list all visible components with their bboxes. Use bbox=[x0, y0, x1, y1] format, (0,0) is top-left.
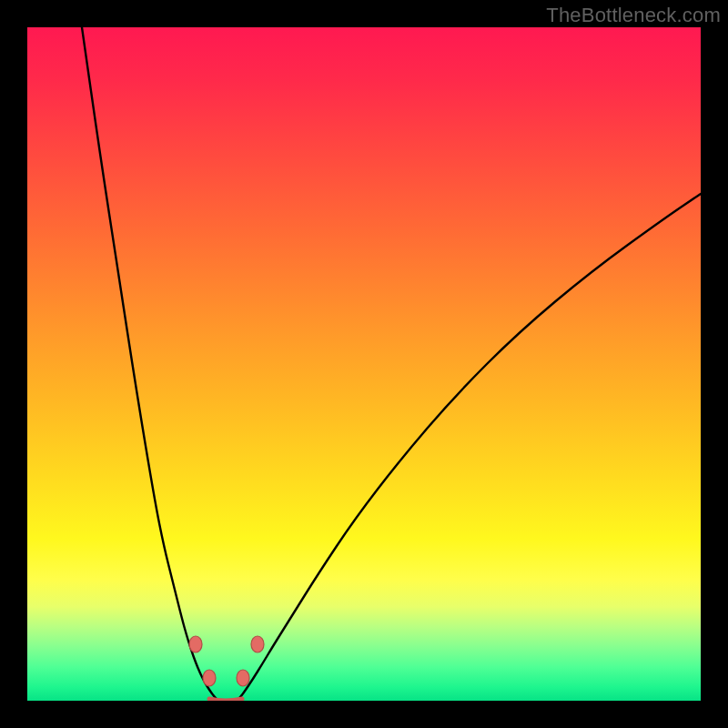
minimum-left-outer-dot bbox=[189, 636, 202, 652]
bottleneck-curve bbox=[27, 27, 701, 701]
minimum-right-inner-dot bbox=[237, 670, 249, 686]
minimum-right-outer-dot bbox=[251, 636, 264, 652]
minimum-left-inner-dot bbox=[203, 670, 216, 686]
plot-frame bbox=[27, 27, 701, 701]
curve-valley-floor bbox=[209, 699, 242, 701]
curve-right-branch bbox=[237, 194, 701, 701]
curve-left-branch bbox=[82, 27, 218, 701]
watermark-text: TheBottleneck.com bbox=[546, 4, 721, 27]
